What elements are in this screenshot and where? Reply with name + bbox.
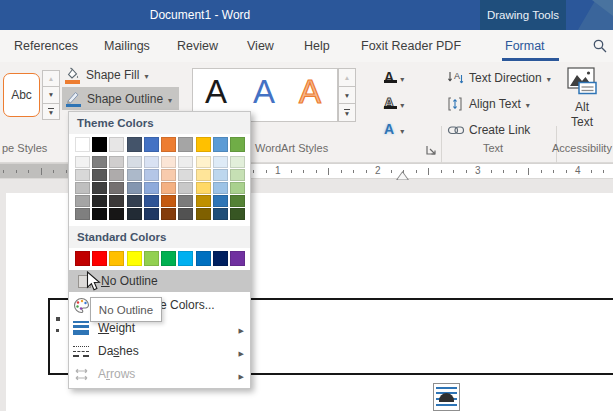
theme-variant-swatch[interactable] bbox=[127, 208, 142, 220]
text-fill-button[interactable]: A bbox=[383, 66, 425, 88]
theme-variant-swatch[interactable] bbox=[230, 195, 245, 207]
create-link-button[interactable]: Create Link bbox=[447, 122, 530, 138]
alt-text-button[interactable]: Alt Text bbox=[560, 66, 604, 142]
theme-color-swatch[interactable] bbox=[196, 137, 211, 152]
theme-variant-swatch[interactable] bbox=[161, 156, 176, 168]
theme-variant-swatch[interactable] bbox=[213, 156, 228, 168]
shape-outline-button[interactable]: Shape Outline bbox=[62, 87, 179, 110]
theme-variant-swatch[interactable] bbox=[127, 156, 142, 168]
theme-variant-swatch[interactable] bbox=[92, 182, 107, 194]
theme-variant-swatch[interactable] bbox=[144, 182, 159, 194]
theme-variant-swatch[interactable] bbox=[109, 182, 124, 194]
standard-color-swatch[interactable] bbox=[178, 251, 193, 266]
standard-color-swatch[interactable] bbox=[92, 251, 107, 266]
theme-variant-swatch[interactable] bbox=[144, 195, 159, 207]
theme-variant-swatch[interactable] bbox=[213, 169, 228, 181]
theme-variant-swatch[interactable] bbox=[109, 169, 124, 181]
theme-variant-swatch[interactable] bbox=[178, 195, 193, 207]
theme-variant-swatch[interactable] bbox=[127, 182, 142, 194]
theme-color-swatch[interactable] bbox=[144, 137, 159, 152]
gallery-more-icon[interactable]: ▼ bbox=[42, 103, 60, 120]
gallery-scroll-down-icon[interactable]: ▼ bbox=[42, 86, 60, 103]
standard-color-swatch[interactable] bbox=[127, 251, 142, 266]
theme-variant-swatch[interactable] bbox=[213, 208, 228, 220]
theme-variant-swatch[interactable] bbox=[92, 195, 107, 207]
theme-variant-swatch[interactable] bbox=[144, 156, 159, 168]
tab-references[interactable]: References bbox=[14, 30, 78, 62]
theme-variant-swatch[interactable] bbox=[75, 182, 90, 194]
search-icon[interactable] bbox=[592, 38, 608, 54]
standard-color-swatch[interactable] bbox=[230, 251, 245, 266]
theme-variant-swatch[interactable] bbox=[127, 169, 142, 181]
theme-variant-swatch[interactable] bbox=[196, 182, 211, 194]
theme-variant-swatch[interactable] bbox=[230, 208, 245, 220]
theme-variant-swatch[interactable] bbox=[196, 156, 211, 168]
theme-color-swatch[interactable] bbox=[213, 137, 228, 152]
theme-color-swatch[interactable] bbox=[178, 137, 193, 152]
menu-item-arrows[interactable]: Arrows bbox=[69, 363, 250, 385]
theme-variant-swatch[interactable] bbox=[75, 195, 90, 207]
theme-variant-swatch[interactable] bbox=[161, 169, 176, 181]
standard-color-swatch[interactable] bbox=[161, 251, 176, 266]
theme-variant-swatch[interactable] bbox=[196, 195, 211, 207]
theme-variant-swatch[interactable] bbox=[92, 156, 107, 168]
wordart-sample-black[interactable]: A bbox=[205, 73, 227, 111]
tab-view[interactable]: View bbox=[247, 30, 274, 62]
menu-item-dashes[interactable]: Dashes bbox=[69, 340, 250, 362]
gallery-more-icon[interactable]: ▼ bbox=[338, 103, 356, 122]
theme-variant-swatch[interactable] bbox=[161, 195, 176, 207]
ruler-indent-marker[interactable] bbox=[396, 171, 409, 180]
theme-color-swatch[interactable] bbox=[161, 137, 176, 152]
align-text-button[interactable]: Align Text bbox=[447, 96, 530, 112]
tab-help[interactable]: Help bbox=[304, 30, 330, 62]
text-effects-button[interactable]: A bbox=[383, 118, 425, 140]
theme-variant-swatch[interactable] bbox=[178, 169, 193, 181]
dialog-launcher-icon[interactable] bbox=[426, 145, 436, 155]
theme-variant-swatch[interactable] bbox=[230, 182, 245, 194]
text-direction-button[interactable]: A Text Direction bbox=[447, 70, 551, 86]
theme-color-swatch[interactable] bbox=[230, 137, 245, 152]
theme-color-swatch[interactable] bbox=[75, 137, 90, 152]
gallery-scroll-up-icon[interactable]: ▲ bbox=[338, 68, 356, 87]
standard-color-swatch[interactable] bbox=[144, 251, 159, 266]
theme-variant-swatch[interactable] bbox=[75, 156, 90, 168]
theme-variant-swatch[interactable] bbox=[127, 195, 142, 207]
theme-variant-swatch[interactable] bbox=[161, 208, 176, 220]
shape-fill-button[interactable]: Shape Fill bbox=[64, 65, 176, 85]
theme-variant-swatch[interactable] bbox=[178, 182, 193, 194]
theme-color-swatch[interactable] bbox=[127, 137, 142, 152]
theme-variant-swatch[interactable] bbox=[92, 169, 107, 181]
embedded-image-placeholder-icon[interactable] bbox=[433, 383, 460, 411]
theme-variant-swatch[interactable] bbox=[196, 169, 211, 181]
theme-variant-swatch[interactable] bbox=[178, 208, 193, 220]
wordart-sample-blue[interactable]: A bbox=[253, 73, 275, 111]
theme-variant-swatch[interactable] bbox=[75, 169, 90, 181]
theme-color-swatch[interactable] bbox=[109, 137, 124, 152]
theme-variant-swatch[interactable] bbox=[161, 182, 176, 194]
tab-foxit-reader-pdf[interactable]: Foxit Reader PDF bbox=[361, 30, 461, 62]
standard-color-swatch[interactable] bbox=[213, 251, 228, 266]
theme-variant-swatch[interactable] bbox=[196, 208, 211, 220]
theme-variant-swatch[interactable] bbox=[213, 182, 228, 194]
standard-color-swatch[interactable] bbox=[109, 251, 124, 266]
theme-variant-swatch[interactable] bbox=[230, 169, 245, 181]
theme-variant-swatch[interactable] bbox=[92, 208, 107, 220]
text-outline-button[interactable]: A bbox=[383, 92, 425, 114]
theme-variant-swatch[interactable] bbox=[109, 208, 124, 220]
theme-variant-swatch[interactable] bbox=[109, 156, 124, 168]
tab-mailings[interactable]: Mailings bbox=[104, 30, 150, 62]
gallery-scroll-down-icon[interactable]: ▼ bbox=[338, 86, 356, 105]
standard-color-swatch[interactable] bbox=[75, 251, 90, 266]
theme-variant-swatch[interactable] bbox=[178, 156, 193, 168]
shape-style-preview-button[interactable]: Abc bbox=[3, 73, 40, 117]
tab-review[interactable]: Review bbox=[177, 30, 218, 62]
theme-variant-swatch[interactable] bbox=[75, 208, 90, 220]
gallery-scroll-up-icon[interactable]: ▲ bbox=[42, 70, 60, 87]
contextual-tab-group-drawing-tools[interactable]: Drawing Tools bbox=[480, 0, 566, 30]
wordart-sample-orange-outline[interactable]: A bbox=[299, 73, 321, 111]
standard-color-swatch[interactable] bbox=[196, 251, 211, 266]
theme-variant-swatch[interactable] bbox=[109, 195, 124, 207]
theme-variant-swatch[interactable] bbox=[230, 156, 245, 168]
theme-variant-swatch[interactable] bbox=[213, 195, 228, 207]
theme-color-swatch[interactable] bbox=[92, 137, 107, 152]
